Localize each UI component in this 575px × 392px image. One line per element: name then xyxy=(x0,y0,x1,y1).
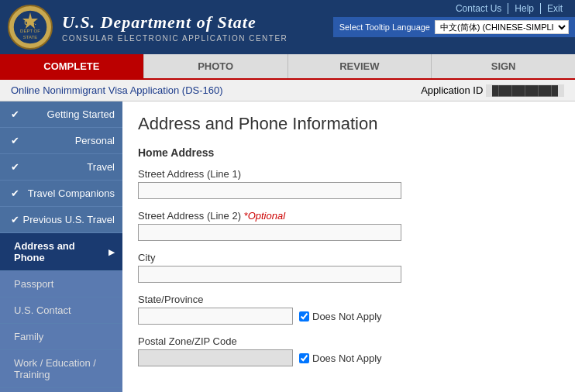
header-text: U.S. Department of State CONSULAR ELECTR… xyxy=(62,12,288,43)
sidebar-item-passport[interactable]: Passport xyxy=(0,271,122,297)
sidebar-item-previous-us-travel[interactable]: ✔ Previous U.S. Travel xyxy=(0,207,122,233)
field-zip: Postal Zone/ZIP Code Does Not Apply xyxy=(138,335,560,366)
input-state[interactable] xyxy=(138,308,293,325)
field-city: City xyxy=(138,252,560,283)
check-icon: ✔ xyxy=(11,187,19,199)
arrow-right-icon: ▶ xyxy=(108,248,115,256)
state-does-not-apply-checkbox[interactable] xyxy=(299,311,309,322)
language-select[interactable]: 中文(简体) (CHINESE-SIMPLI xyxy=(435,20,569,34)
nav-tabs: COMPLETE PHOTO REVIEW SIGN xyxy=(0,54,575,80)
header-right: Contact Us Help Exit Select Tooltip Lang… xyxy=(333,0,575,37)
tab-sign[interactable]: SIGN xyxy=(432,54,575,78)
sidebar-item-work-education[interactable]: Work / Education / Training xyxy=(0,350,122,388)
app-id-area: Application ID ██████████ xyxy=(421,84,564,96)
zip-does-not-apply-label: Does Not Apply xyxy=(299,352,382,364)
svg-text:STATE: STATE xyxy=(23,35,37,40)
app-id-label: Application ID xyxy=(421,84,483,96)
help-link[interactable]: Help xyxy=(508,3,541,14)
tab-photo[interactable]: PHOTO xyxy=(144,54,288,78)
seal-icon: U.S. DEPT OF STATE xyxy=(8,5,53,50)
label-street1: Street Address (Line 1) xyxy=(138,168,560,180)
section-home-address: Home Address xyxy=(138,146,560,159)
label-zip: Postal Zone/ZIP Code xyxy=(138,335,560,347)
sidebar-item-family[interactable]: Family xyxy=(0,324,122,350)
content-area: Address and Phone Information Home Addre… xyxy=(122,101,575,392)
header-title: U.S. Department of State xyxy=(62,12,288,33)
input-street2[interactable] xyxy=(138,224,401,241)
field-street1: Street Address (Line 1) xyxy=(138,168,560,199)
tab-complete[interactable]: COMPLETE xyxy=(0,54,144,78)
zip-does-not-apply-checkbox[interactable] xyxy=(299,353,309,363)
sidebar: ✔ Getting Started ✔ Personal ✔ Travel ✔ … xyxy=(0,101,122,392)
check-icon: ✔ xyxy=(11,214,19,225)
tooltip-row: Select Tooltip Language 中文(简体) (CHINESE-… xyxy=(333,17,575,37)
field-state: State/Province Does Not Apply xyxy=(138,294,560,325)
state-inline-group: Does Not Apply xyxy=(138,308,560,325)
input-zip[interactable] xyxy=(138,349,293,366)
input-city[interactable] xyxy=(138,266,401,283)
main-layout: ✔ Getting Started ✔ Personal ✔ Travel ✔ … xyxy=(0,101,575,392)
contact-us-link[interactable]: Contact Us xyxy=(449,3,508,14)
input-street1[interactable] xyxy=(138,182,401,199)
sidebar-item-security-background[interactable]: Security and Background xyxy=(0,388,122,392)
header-subtitle: CONSULAR ELECTRONIC APPLICATION CENTER xyxy=(62,34,288,43)
check-icon: ✔ xyxy=(11,161,19,173)
sidebar-item-address-phone[interactable]: Address and Phone ▶ xyxy=(0,233,122,271)
tooltip-label: Select Tooltip Language xyxy=(339,22,430,32)
check-icon: ✔ xyxy=(11,108,19,120)
tab-review[interactable]: REVIEW xyxy=(288,54,432,78)
label-city: City xyxy=(138,252,560,263)
check-icon: ✔ xyxy=(11,135,19,146)
label-state: State/Province xyxy=(138,294,560,305)
sidebar-item-travel-companions[interactable]: ✔ Travel Companions xyxy=(0,181,122,207)
sidebar-item-getting-started[interactable]: ✔ Getting Started xyxy=(0,101,122,128)
field-street2: Street Address (Line 2) *Optional xyxy=(138,210,560,241)
page-title: Address and Phone Information xyxy=(138,114,560,134)
header-links: Contact Us Help Exit xyxy=(443,0,575,17)
exit-link[interactable]: Exit xyxy=(541,3,569,14)
sidebar-item-personal[interactable]: ✔ Personal xyxy=(0,128,122,154)
app-id-value: ██████████ xyxy=(486,84,564,97)
zip-inline-group: Does Not Apply xyxy=(138,349,560,366)
sidebar-item-us-contact[interactable]: U.S. Contact xyxy=(0,297,122,324)
header: U.S. DEPT OF STATE U.S. Department of St… xyxy=(0,0,575,54)
sidebar-item-travel[interactable]: ✔ Travel xyxy=(0,154,122,181)
svg-text:DEPT OF: DEPT OF xyxy=(20,29,40,33)
state-does-not-apply-label: Does Not Apply xyxy=(299,311,382,322)
label-street2: Street Address (Line 2) *Optional xyxy=(138,210,560,222)
breadcrumb-bar: Online Nonimmigrant Visa Application (DS… xyxy=(0,80,575,101)
breadcrumb-link[interactable]: Online Nonimmigrant Visa Application (DS… xyxy=(11,84,223,96)
optional-text: *Optional xyxy=(244,210,285,222)
